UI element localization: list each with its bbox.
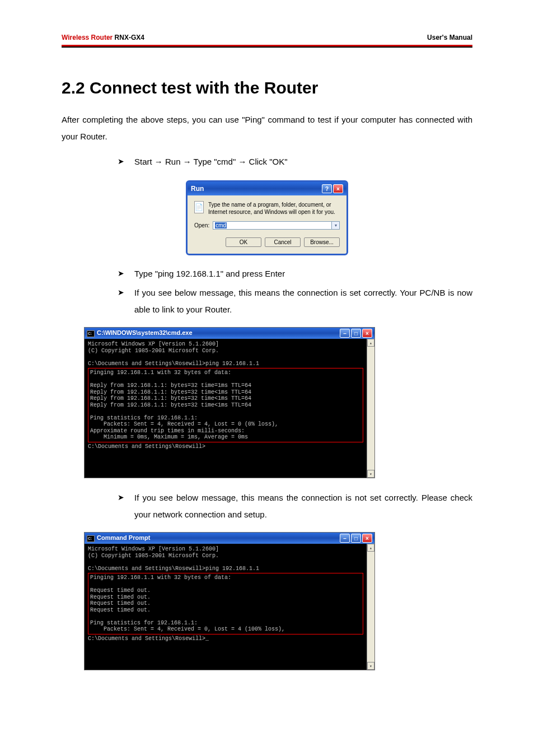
bullet-step-2: Type "ping 192.168.1.1" and press Enter: [118, 265, 472, 282]
run-dialog: Run ? × 📄 Type the name of a program, fo…: [186, 180, 348, 255]
close-icon[interactable]: ×: [362, 534, 372, 543]
open-input[interactable]: cmd: [213, 221, 332, 230]
scrollbar[interactable]: ▴ ▾: [367, 544, 374, 670]
run-description: Type the name of a program, folder, docu…: [208, 201, 340, 216]
close-icon[interactable]: ×: [333, 184, 343, 193]
cmd-titlebar: C:C:\WINDOWS\system32\cmd.exe – □ ×: [85, 328, 374, 339]
cmd-title-text: Command Prompt: [97, 534, 150, 541]
bullet-step-1: Start → Run → Type "cmd" → Click "OK": [118, 153, 472, 170]
page-header: Wireless Router RNX-GX4 User's Manual: [62, 34, 472, 45]
open-label: Open:: [194, 222, 209, 228]
divider-black: [62, 46, 472, 48]
intro-paragraph: After completing the above steps, you ca…: [62, 111, 472, 145]
dropdown-icon[interactable]: ▾: [332, 221, 340, 230]
scroll-down-icon[interactable]: ▾: [367, 470, 374, 478]
bullet-step-4: If you see below message, this means the…: [118, 489, 472, 523]
run-app-icon: 📄: [194, 201, 204, 213]
ok-button[interactable]: OK: [226, 237, 261, 247]
cmd-titlebar: C:Command Prompt – □ ×: [85, 533, 374, 544]
scroll-up-icon[interactable]: ▴: [367, 544, 374, 552]
scrollbar[interactable]: ▴ ▾: [367, 339, 374, 478]
maximize-icon[interactable]: □: [351, 534, 361, 543]
help-icon[interactable]: ?: [322, 184, 332, 193]
cmd-icon: C:: [87, 330, 95, 337]
close-icon[interactable]: ×: [362, 329, 372, 338]
cmd-output: Microsoft Windows XP [Version 5.1.2600] …: [85, 339, 367, 478]
bullet-step-3: If you see below message, this means the…: [118, 284, 472, 318]
cmd-icon: C:: [87, 535, 95, 542]
cmd-window-success: C:C:\WINDOWS\system32\cmd.exe – □ × Micr…: [84, 327, 375, 478]
scroll-up-icon[interactable]: ▴: [367, 339, 374, 347]
scroll-down-icon[interactable]: ▾: [367, 662, 374, 670]
highlight-box: Pinging 192.168.1.1 with 32 bytes of dat…: [88, 573, 363, 634]
model-label: RNX-GX4: [115, 34, 144, 41]
cmd-window-failure: C:Command Prompt – □ × Microsoft Windows…: [84, 532, 375, 670]
run-titlebar: Run ? ×: [188, 182, 346, 195]
browse-button[interactable]: Browse...: [304, 237, 340, 247]
cmd-title-text: C:\WINDOWS\system32\cmd.exe: [97, 329, 193, 336]
cancel-button[interactable]: Cancel: [265, 237, 301, 247]
brand-label: Wireless Router: [62, 34, 113, 41]
minimize-icon[interactable]: –: [340, 534, 350, 543]
cmd-output: Microsoft Windows XP [Version 5.1.2600] …: [85, 544, 367, 670]
manual-label: User's Manual: [427, 34, 472, 41]
section-title: 2.2 Connect test with the Router: [62, 78, 472, 97]
minimize-icon[interactable]: –: [340, 329, 350, 338]
highlight-box: Pinging 192.168.1.1 with 32 bytes of dat…: [88, 368, 363, 442]
maximize-icon[interactable]: □: [351, 329, 361, 338]
run-title-text: Run: [191, 185, 204, 193]
